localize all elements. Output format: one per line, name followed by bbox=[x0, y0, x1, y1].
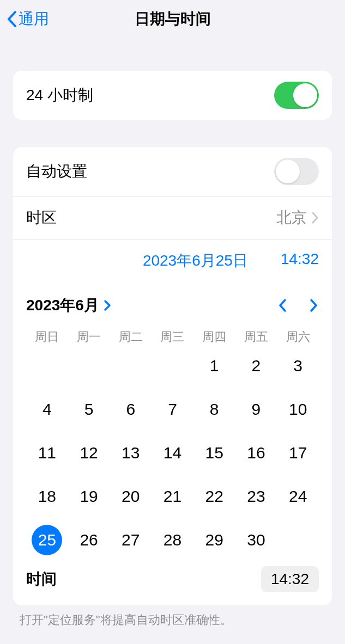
calendar-day[interactable]: 1 bbox=[193, 351, 235, 381]
calendar-day[interactable]: 12 bbox=[68, 438, 110, 468]
calendar-day[interactable]: 3 bbox=[277, 351, 319, 381]
calendar-day[interactable]: 6 bbox=[110, 394, 152, 425]
calendar-day[interactable]: 13 bbox=[110, 438, 152, 468]
calendar-day[interactable]: 23 bbox=[235, 481, 277, 512]
calendar-day[interactable]: 14 bbox=[152, 438, 193, 468]
calendar-day[interactable]: 27 bbox=[110, 525, 152, 555]
auto-set-label: 自动设置 bbox=[26, 161, 87, 182]
timezone-value: 北京 bbox=[276, 207, 307, 228]
selected-time-link[interactable]: 14:32 bbox=[281, 250, 319, 271]
prev-month-button[interactable] bbox=[277, 298, 287, 313]
calendar-day[interactable]: 21 bbox=[152, 481, 193, 512]
calendar-day[interactable]: 30 bbox=[235, 525, 277, 555]
calendar-day-empty bbox=[68, 351, 110, 381]
calendar-day[interactable]: 29 bbox=[193, 525, 235, 555]
timezone-row[interactable]: 时区 北京 bbox=[13, 196, 332, 239]
weekday-header: 周六 bbox=[277, 329, 319, 345]
back-label: 通用 bbox=[19, 9, 49, 29]
twenty-four-hour-label: 24 小时制 bbox=[26, 85, 93, 106]
calendar-day[interactable]: 16 bbox=[235, 438, 277, 468]
weekday-header: 周一 bbox=[68, 329, 110, 345]
calendar-day[interactable]: 18 bbox=[26, 481, 68, 512]
calendar-day-empty bbox=[110, 351, 152, 381]
page-title: 日期与时间 bbox=[135, 9, 211, 29]
calendar-day[interactable]: 2 bbox=[235, 351, 277, 381]
calendar-day[interactable]: 7 bbox=[152, 394, 193, 425]
timezone-label: 时区 bbox=[26, 207, 57, 228]
weekday-header: 周日 bbox=[26, 329, 68, 345]
calendar-day[interactable]: 22 bbox=[193, 481, 235, 512]
calendar-day-empty bbox=[26, 351, 68, 381]
weekday-header: 周二 bbox=[110, 329, 152, 345]
calendar-day[interactable]: 19 bbox=[68, 481, 110, 512]
chevron-left-icon bbox=[5, 10, 17, 28]
month-label: 2023年6月 bbox=[26, 295, 99, 316]
time-value-button[interactable]: 14:32 bbox=[261, 566, 319, 592]
calendar-day[interactable]: 5 bbox=[68, 394, 110, 425]
calendar-day[interactable]: 11 bbox=[26, 438, 68, 468]
chevron-right-icon bbox=[104, 299, 111, 311]
calendar-day-empty bbox=[152, 351, 193, 381]
calendar-day[interactable]: 17 bbox=[277, 438, 319, 468]
selected-date-link[interactable]: 2023年6月25日 bbox=[143, 250, 248, 271]
back-button[interactable]: 通用 bbox=[5, 9, 49, 29]
calendar-day[interactable]: 24 bbox=[277, 481, 319, 512]
footer-hint: 打开"定位服务"将提高自动时区准确性。 bbox=[20, 612, 325, 628]
calendar-day[interactable]: 25 bbox=[26, 525, 68, 555]
weekday-header: 周四 bbox=[193, 329, 235, 345]
calendar-day[interactable]: 28 bbox=[152, 525, 193, 555]
weekday-header: 周五 bbox=[235, 329, 277, 345]
twenty-four-hour-toggle[interactable] bbox=[274, 82, 319, 109]
next-month-button[interactable] bbox=[309, 298, 319, 313]
auto-set-toggle[interactable] bbox=[274, 158, 319, 185]
weekday-header: 周三 bbox=[152, 329, 193, 345]
calendar-day[interactable]: 4 bbox=[26, 394, 68, 425]
calendar-day[interactable]: 9 bbox=[235, 394, 277, 425]
calendar-day[interactable]: 15 bbox=[193, 438, 235, 468]
month-selector[interactable]: 2023年6月 bbox=[26, 295, 111, 316]
chevron-right-icon bbox=[311, 211, 319, 224]
calendar-day[interactable]: 20 bbox=[110, 481, 152, 512]
time-label: 时间 bbox=[26, 569, 57, 590]
calendar-day[interactable]: 10 bbox=[277, 394, 319, 425]
calendar-day[interactable]: 8 bbox=[193, 394, 235, 425]
calendar-day[interactable]: 26 bbox=[68, 525, 110, 555]
